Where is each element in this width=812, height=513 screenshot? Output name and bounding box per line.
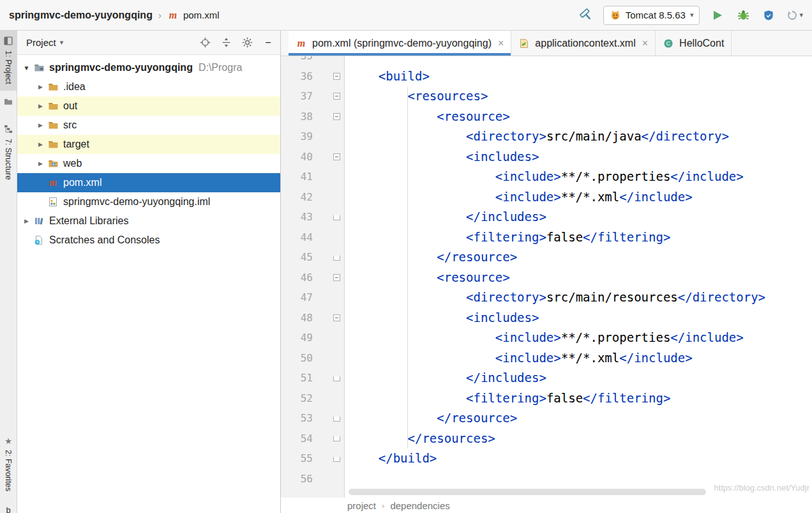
line-number: 56	[281, 473, 313, 485]
collapsed-arrow-icon[interactable]: ▶	[21, 218, 32, 224]
code-line[interactable]: 37 <resources>	[281, 86, 812, 107]
code-line[interactable]: 46 <resource>	[281, 268, 812, 288]
module-icon	[47, 196, 59, 208]
fold-collapse-icon[interactable]	[333, 153, 340, 160]
tree-item-web[interactable]: ▶web	[17, 154, 280, 173]
collapsed-arrow-icon[interactable]: ▶	[35, 160, 46, 167]
code-line[interactable]: 44 <filtering>false</filtering>	[281, 227, 812, 248]
profiler-button[interactable]: ▾	[786, 7, 803, 24]
panel-dropdown-icon[interactable]: ▾	[60, 38, 64, 47]
collapse-all-icon[interactable]	[220, 37, 232, 49]
collapsed-arrow-icon[interactable]: ▶	[35, 84, 46, 90]
code-line[interactable]: 39 <directory>src/main/java</directory>	[281, 126, 812, 147]
code-line[interactable]: 53 </resource>	[281, 408, 812, 429]
fold-collapse-icon[interactable]	[333, 314, 340, 321]
code-editor[interactable]: 3536 <build>37 <resources>38 <resource>3…	[281, 56, 812, 498]
code-line[interactable]: 55 </build>	[281, 448, 812, 469]
tool-button-folder-icon[interactable]	[4, 97, 13, 109]
tree-item-external-libraries[interactable]: ▶External Libraries	[17, 211, 280, 231]
build-hammer-icon[interactable]	[578, 7, 593, 24]
code-line[interactable]: 35	[281, 56, 812, 66]
project-tool-window: Project ▾ − ▼springmvc-demo-yuyongqingD:…	[17, 31, 281, 513]
fold-collapse-icon[interactable]	[333, 274, 340, 281]
breadcrumb-project[interactable]: project	[347, 500, 376, 511]
chevron-icon: ›	[382, 501, 384, 510]
workspace: 1: Project 7: Structure ★ 2: Favorites b…	[0, 31, 812, 513]
structure-tool-window-icon	[3, 123, 14, 135]
expanded-arrow-icon[interactable]: ▼	[21, 65, 32, 72]
tree-item-scratches-and-consoles[interactable]: Scratches and Consoles	[17, 231, 280, 250]
code-line[interactable]: 40 <includes>	[281, 147, 812, 167]
tool-tab-favorites[interactable]: ★ 2: Favorites	[0, 432, 17, 498]
panel-title[interactable]: Project	[26, 37, 56, 48]
fold-collapse-icon[interactable]	[333, 93, 340, 100]
debug-button[interactable]	[735, 7, 751, 24]
libraries-icon	[33, 215, 45, 227]
tool-tab-structure[interactable]: 7: Structure	[0, 119, 17, 187]
breadcrumb-project[interactable]: springmvc-demo-yuyongqing	[9, 10, 153, 21]
code-line[interactable]: 42 <include>**/*.xml</include>	[281, 187, 812, 208]
horizontal-scrollbar[interactable]	[349, 489, 706, 495]
fold-end-icon[interactable]	[333, 376, 340, 381]
code-text: <include>**/*.properties</include>	[345, 328, 744, 348]
code-line[interactable]: 38 <resource>	[281, 107, 812, 127]
editor-tab-applicationcontext-xml[interactable]: applicationcontext.xml×	[511, 31, 656, 56]
line-number: 46	[281, 272, 313, 284]
fold-end-icon[interactable]	[333, 256, 340, 261]
tree-item-springmvc-demo-yuyongqing[interactable]: ▼springmvc-demo-yuyongqingD:\Progra	[17, 58, 280, 77]
code-line[interactable]: 54 </resources>	[281, 429, 812, 449]
fold-end-icon[interactable]	[333, 417, 340, 422]
line-number: 51	[281, 372, 313, 384]
fold-end-icon[interactable]	[333, 215, 340, 220]
gutter: 54	[281, 429, 345, 449]
gutter: 39	[281, 126, 345, 147]
tree-item-label: springmvc-demo-yuyongqing	[49, 62, 193, 73]
run-button[interactable]	[710, 7, 725, 24]
tree-item-idea[interactable]: ▶.idea	[17, 77, 280, 96]
code-line[interactable]: 41 <include>**/*.properties</include>	[281, 167, 812, 187]
tree-item-target[interactable]: ▶target	[17, 135, 280, 154]
tree-item-out[interactable]: ▶out	[17, 96, 280, 116]
code-line[interactable]: 48 <includes>	[281, 308, 812, 328]
indent-guide	[407, 87, 408, 448]
close-icon[interactable]: ×	[498, 38, 504, 49]
breadcrumb-dependencies[interactable]: dependencies	[390, 500, 449, 511]
tree-item-label: springmvc-demo-yuyongqing.iml	[63, 196, 210, 208]
tree-item-src[interactable]: ▶src	[17, 116, 280, 135]
gear-icon[interactable]	[241, 37, 253, 49]
run-configuration-select[interactable]: Tomcat 8.5.63 ▾	[603, 6, 700, 25]
code-text: <resource>	[345, 268, 510, 288]
fold-end-icon[interactable]	[333, 457, 340, 462]
web-icon	[47, 158, 59, 169]
hide-panel-icon[interactable]: −	[262, 37, 274, 49]
code-line[interactable]: 50 <include>**/*.xml</include>	[281, 348, 812, 369]
tool-tab-project[interactable]: 1: Project	[0, 31, 17, 91]
tree-item-pom-xml[interactable]: mpom.xml	[17, 173, 280, 192]
code-line[interactable]: 36 <build>	[281, 66, 812, 87]
fold-collapse-icon[interactable]	[333, 73, 340, 80]
editor-tab-hellocont[interactable]: CHelloCont	[656, 31, 732, 56]
fold-end-icon[interactable]	[333, 436, 340, 441]
fold-collapse-icon[interactable]	[333, 113, 340, 120]
locate-file-icon[interactable]	[199, 37, 211, 49]
tree-item-label: web	[63, 158, 82, 169]
code-line[interactable]: 51 </includes>	[281, 368, 812, 388]
code-line[interactable]: 45 </resource>	[281, 247, 812, 268]
collapsed-arrow-icon[interactable]: ▶	[35, 103, 46, 109]
tree-item-springmvc-demo-yuyongqing-iml[interactable]: springmvc-demo-yuyongqing.iml	[17, 192, 280, 211]
coverage-button[interactable]	[761, 7, 776, 24]
code-line[interactable]: 49 <include>**/*.properties</include>	[281, 328, 812, 348]
code-text: <resources>	[345, 86, 488, 107]
code-line[interactable]: 52 <filtering>false</filtering>	[281, 388, 812, 409]
editor-tab-pom-xml-springmvc-demo-yuyongqing[interactable]: mpom.xml (springmvc-demo-yuyongqing)×	[289, 31, 511, 56]
code-text: <directory>src/main/java</directory>	[345, 126, 729, 147]
breadcrumb-file[interactable]: pom.xml	[183, 10, 220, 20]
collapsed-arrow-icon[interactable]: ▶	[35, 122, 46, 128]
code-line[interactable]: 43 </includes>	[281, 207, 812, 227]
code-text: </includes>	[345, 207, 546, 227]
folder-icon	[47, 100, 59, 112]
close-icon[interactable]: ×	[642, 38, 648, 49]
code-line[interactable]: 47 <directory>src/main/resources</direct…	[281, 287, 812, 308]
code-text: <includes>	[345, 147, 539, 167]
collapsed-arrow-icon[interactable]: ▶	[35, 141, 46, 148]
